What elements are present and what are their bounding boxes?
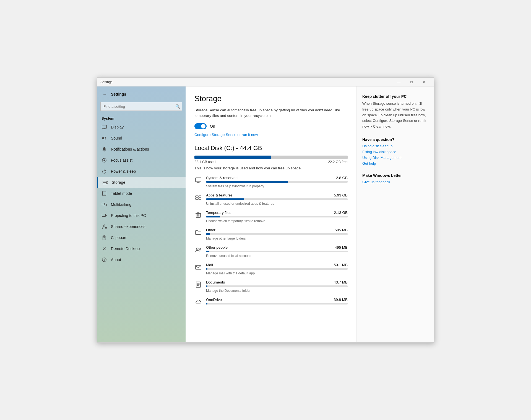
other-people-item-name: Other people (206, 245, 228, 250)
system-item-body: System & reserved 12.8 GB System files h… (206, 176, 348, 188)
sidebar-item-tablet[interactable]: Tablet mode (97, 188, 186, 199)
temp-item-name: Temporary files (206, 211, 231, 215)
disk-bar-labels: 22.1 GB used 22.2 GB free (194, 160, 348, 164)
storage-item-documents[interactable]: Documents 43.7 MB Manage the Documents f… (194, 280, 348, 293)
multitasking-icon (101, 202, 107, 207)
clutter-heading: Keep clutter off your PC (362, 94, 428, 99)
get-help-link[interactable]: Get help (362, 161, 428, 166)
sidebar-item-notifications-label: Notifications & actions (111, 147, 149, 151)
other-people-item-desc: Remove unused local accounts (206, 254, 252, 258)
sidebar-item-shared[interactable]: Shared experiences (97, 221, 186, 232)
sidebar-item-power[interactable]: Power & sleep (97, 166, 186, 177)
page-title: Storage (194, 94, 348, 103)
sidebar-item-shared-label: Shared experiences (111, 224, 145, 229)
other-item-size: 585 MB (335, 228, 348, 232)
sidebar-item-remote[interactable]: Remote Desktop (97, 243, 186, 254)
about-icon (101, 257, 107, 262)
other-item-name: Other (206, 228, 215, 232)
storage-item-other[interactable]: Other 585 MB Manage other large folders (194, 228, 348, 240)
better-heading: Make Windows better (362, 173, 428, 178)
mail-bar-bg (206, 268, 348, 270)
sidebar-item-clipboard[interactable]: Clipboard (97, 232, 186, 243)
apps-item-size: 5.93 GB (334, 193, 348, 197)
close-button[interactable]: ✕ (418, 78, 431, 86)
sidebar-item-display[interactable]: Display (97, 122, 186, 133)
search-icon[interactable]: 🔍 (175, 104, 180, 109)
sound-icon (101, 135, 107, 141)
search-input[interactable] (100, 102, 182, 111)
disk-management-link[interactable]: Using Disk Management (362, 156, 428, 160)
mail-icon (194, 263, 202, 271)
svg-point-48 (196, 248, 198, 250)
configure-link[interactable]: Configure Storage Sense or run it now (194, 133, 348, 137)
title-bar: Settings — □ ✕ (97, 78, 434, 86)
mail-item-name: Mail (206, 263, 213, 267)
onedrive-bar-bg (206, 303, 348, 305)
storage-sense-description: Storage Sense can automatically free up … (194, 107, 348, 119)
search-box: 🔍 (100, 102, 182, 111)
storage-item-apps[interactable]: Apps & features 5.93 GB Uninstall unused… (194, 193, 348, 206)
tablet-icon (101, 191, 107, 196)
mail-item-body: Mail 50.1 MB Manage mail with the defaul… (206, 263, 348, 275)
sidebar-item-about-label: About (111, 258, 121, 262)
system-icon (194, 176, 202, 184)
apps-icon (194, 194, 202, 201)
other-item-desc: Manage other large folders (206, 237, 246, 240)
svg-point-14 (104, 195, 105, 195)
svg-point-11 (106, 182, 107, 182)
disk-bar-fill (194, 156, 271, 159)
sidebar-item-projecting[interactable]: Projecting to this PC (97, 210, 186, 221)
notifications-icon (101, 146, 107, 152)
system-bar-bg (206, 181, 348, 183)
power-icon (101, 169, 107, 174)
documents-icon (194, 281, 202, 288)
sidebar-item-focus[interactable]: Focus assist (97, 155, 186, 166)
disk-bar-background (194, 156, 348, 159)
sidebar-item-multitasking[interactable]: Multitasking (97, 199, 186, 210)
svg-point-22 (105, 227, 107, 229)
other-bar-fill (206, 233, 210, 235)
storage-item-system[interactable]: System & reserved 12.8 GB System files h… (194, 176, 348, 188)
disk-cleanup-link[interactable]: Using disk cleanup (362, 144, 428, 148)
svg-rect-41 (199, 198, 201, 200)
documents-item-desc: Manage the Documents folder (206, 289, 251, 293)
trash-icon (194, 211, 202, 219)
sidebar-item-focus-label: Focus assist (111, 158, 132, 162)
people-icon (194, 246, 202, 254)
system-item-size: 12.8 GB (334, 176, 348, 180)
low-disk-link[interactable]: Fixing low disk space (362, 150, 428, 154)
apps-item-body: Apps & features 5.93 GB Uninstall unused… (206, 193, 348, 206)
feedback-link[interactable]: Give us feedback (362, 180, 428, 184)
sidebar-item-sound[interactable]: Sound (97, 133, 186, 144)
svg-marker-18 (106, 215, 107, 216)
sidebar-item-power-label: Power & sleep (111, 169, 136, 174)
documents-bar-bg (206, 285, 348, 287)
svg-rect-17 (102, 214, 106, 217)
temp-bar-fill (206, 216, 220, 217)
sidebar-header: ← Settings (97, 86, 186, 100)
sidebar-item-storage[interactable]: Storage (97, 177, 186, 188)
svg-rect-50 (196, 265, 201, 269)
documents-item-size: 43.7 MB (334, 280, 348, 284)
storage-item-other-people[interactable]: Other people 495 MB Remove unused local … (194, 245, 348, 258)
question-heading: Have a question? (362, 137, 428, 142)
sidebar-item-notifications[interactable]: Notifications & actions (97, 144, 186, 155)
storage-item-onedrive[interactable]: OneDrive 39.8 MB (194, 298, 348, 306)
svg-point-21 (102, 227, 103, 229)
storage-item-mail[interactable]: Mail 50.1 MB Manage mail with the defaul… (194, 263, 348, 275)
maximize-button[interactable]: □ (405, 78, 418, 86)
question-section: Have a question? Using disk cleanup Fixi… (362, 137, 428, 166)
sidebar-item-storage-label: Storage (112, 180, 125, 185)
sidebar-item-about[interactable]: About (97, 254, 186, 265)
onedrive-item-size: 39.8 MB (334, 298, 348, 302)
storage-item-temp[interactable]: Temporary files 2.13 GB Choose which tem… (194, 211, 348, 223)
disk-title: Local Disk (C:) - 44.4 GB (194, 145, 348, 152)
back-button[interactable]: ← (101, 91, 108, 98)
storage-sense-toggle[interactable] (194, 123, 207, 129)
clipboard-icon (101, 235, 107, 240)
disk-used-label: 22.1 GB used (194, 160, 215, 164)
other-people-item-size: 495 MB (335, 245, 348, 250)
minimize-button[interactable]: — (392, 78, 405, 86)
temp-item-desc: Choose which temporary files to remove (206, 219, 265, 223)
svg-rect-39 (199, 196, 201, 197)
